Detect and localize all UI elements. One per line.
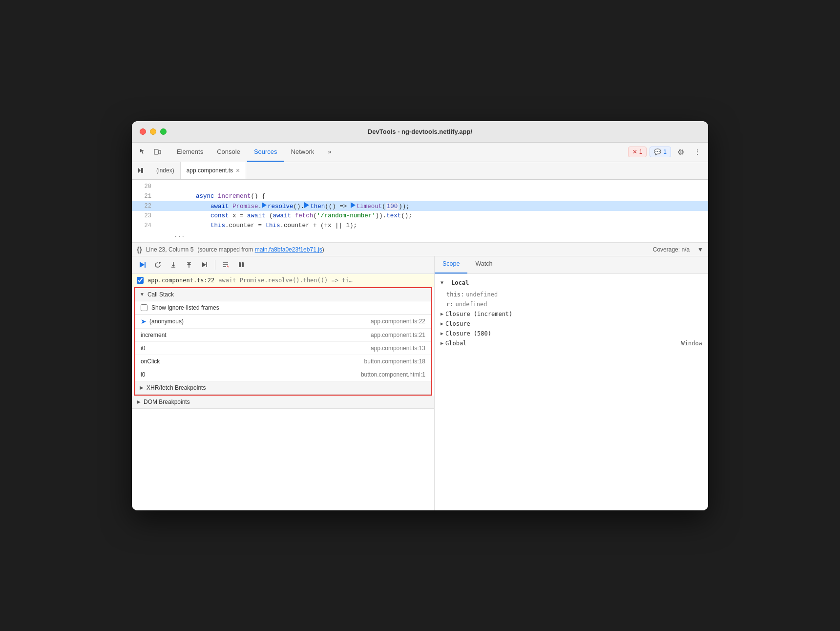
svg-rect-20 [242, 262, 244, 267]
call-stack-item-3[interactable]: onClick button.component.ts:18 [135, 355, 431, 368]
info-count: 1 [663, 148, 667, 155]
inspect-element-button[interactable] [136, 145, 149, 159]
frame-4-name: i0 [141, 371, 145, 378]
local-label: Local [445, 277, 475, 288]
closure-580[interactable]: ▶ Closure (580) [435, 329, 708, 338]
svg-rect-5 [145, 262, 146, 268]
debugger-area: app.component.ts:22 await Promise.resolv… [132, 256, 708, 510]
app-component-tab[interactable]: app.component.ts × [181, 162, 247, 179]
frame-3-name: onClick [141, 358, 160, 365]
step-button[interactable] [198, 258, 211, 271]
titlebar: DevTools - ng-devtools.netlify.app/ [132, 121, 708, 143]
closure-increment-arrow-icon: ▶ [441, 311, 443, 316]
svg-line-18 [227, 266, 229, 267]
global-value: Window [681, 340, 702, 347]
line-num-22: 22 [136, 203, 151, 210]
maximize-button[interactable] [160, 128, 167, 135]
error-count: 1 [639, 148, 643, 155]
svg-rect-1 [159, 150, 161, 154]
ignore-frames-label: Show ignore-listed frames [151, 304, 219, 311]
frame-1-location: app.component.ts:21 [371, 332, 425, 338]
svg-marker-11 [187, 263, 191, 265]
line-num-20: 20 [136, 183, 151, 190]
tab-scope[interactable]: Scope [435, 256, 467, 273]
cursor-position: Line 23, Column 5 [146, 246, 193, 253]
frame-3-location: button.component.ts:18 [364, 358, 425, 365]
line-num-21: 21 [136, 193, 151, 200]
window-title: DevTools - ng-devtools.netlify.app/ [368, 128, 472, 135]
xhr-breakpoints-header[interactable]: ▶ XHR/fetch Breakpoints [135, 381, 431, 395]
step-into-button[interactable] [167, 258, 180, 271]
closure-580-arrow-icon: ▶ [441, 331, 443, 336]
pause-exceptions-button[interactable] [235, 258, 248, 271]
svg-marker-6 [159, 262, 161, 264]
tab-sources[interactable]: Sources [247, 142, 284, 162]
source-map-info: (source mapped from main.fa8bfa0e23f1eb7… [197, 246, 324, 253]
svg-marker-8 [171, 265, 175, 267]
step-over-button[interactable] [151, 258, 164, 271]
svg-marker-13 [202, 262, 206, 267]
toolbar-icons [136, 145, 164, 159]
dom-breakpoints-header[interactable]: ▶ DOM Breakpoints [132, 396, 434, 409]
code-line-24: 24 this.counter = this.counter + (+x || … [132, 221, 708, 231]
step-out-button[interactable] [183, 258, 195, 271]
info-badge[interactable]: 💬 1 [650, 147, 671, 157]
scope-r-key: r: [446, 301, 453, 308]
close-button[interactable] [140, 128, 146, 135]
active-frame-arrow-icon: ➤ [141, 317, 147, 325]
code-content-ellipsis: ... [159, 232, 185, 239]
frame-1-name: increment [141, 332, 167, 338]
local-scope-header[interactable]: ▼ Local [435, 276, 708, 290]
tab-more[interactable]: » [321, 142, 338, 162]
error-badge[interactable]: ✕ 1 [628, 147, 647, 157]
tab-console[interactable]: Console [210, 142, 247, 162]
call-stack-item-0[interactable]: ➤ (anonymous) app.component.ts:22 [135, 315, 431, 329]
status-dropdown-icon[interactable]: ▼ [697, 246, 703, 253]
panel-toggle-button[interactable] [134, 164, 147, 177]
tab-watch[interactable]: Watch [467, 256, 500, 273]
main-area: 20 21 async increment() { 22 await Promi… [132, 180, 708, 510]
call-stack-item-1-left: increment [141, 332, 167, 338]
source-map-link[interactable]: main.fa8bfa0e23f1eb71.js [255, 246, 322, 253]
code-editor: 20 21 async increment() { 22 await Promi… [132, 180, 708, 243]
scope-this-value: undefined [466, 291, 498, 298]
global-left: ▶ Global [441, 340, 466, 347]
coverage-info: Coverage: n/a [653, 246, 690, 253]
scope-watch-tabs: Scope Watch [435, 256, 708, 274]
resume-button[interactable] [136, 258, 148, 271]
frame-4-location: button.component.html:1 [361, 371, 425, 378]
close-tab-icon[interactable]: × [236, 167, 240, 174]
closure-plain-arrow-icon: ▶ [441, 321, 443, 326]
more-options-button[interactable]: ⋮ [691, 145, 704, 159]
svg-rect-0 [154, 149, 158, 154]
source-map-suffix: ) [322, 246, 324, 253]
closure-plain[interactable]: ▶ Closure [435, 319, 708, 329]
call-stack-item-2[interactable]: i0 app.component.ts:13 [135, 342, 431, 355]
call-stack-section: ▼ Call Stack Show ignore-listed frames ➤… [134, 287, 432, 396]
global-label: Global [445, 340, 466, 347]
tab-network[interactable]: Network [284, 142, 321, 162]
format-button[interactable]: {} [137, 246, 142, 253]
global-scope[interactable]: ▶ Global Window [435, 338, 708, 348]
index-tab[interactable]: (index) [150, 162, 181, 179]
call-stack-item-1[interactable]: increment app.component.ts:21 [135, 329, 431, 342]
debug-divider [215, 260, 215, 270]
svg-marker-4 [140, 262, 145, 268]
closure-increment-label: Closure (increment) [445, 311, 512, 317]
call-stack-item-4[interactable]: i0 button.component.html:1 [135, 368, 431, 381]
device-mode-button[interactable] [150, 145, 164, 159]
svg-rect-3 [141, 168, 143, 173]
deactivate-breakpoints-button[interactable] [219, 258, 232, 271]
dom-breakpoints-label: DOM Breakpoints [144, 399, 190, 405]
tab-elements[interactable]: Elements [170, 142, 210, 162]
minimize-button[interactable] [150, 128, 156, 135]
call-stack-item-2-left: i0 [141, 345, 145, 352]
call-stack-header[interactable]: ▼ Call Stack [135, 288, 431, 301]
breakpoint-checkbox[interactable] [137, 277, 144, 284]
debugger-right-panel: Scope Watch ▼ Local this: undefined r: [435, 256, 708, 510]
closure-increment[interactable]: ▶ Closure (increment) [435, 309, 708, 319]
svg-marker-2 [138, 168, 141, 173]
scope-this: this: undefined [435, 290, 708, 299]
settings-button[interactable]: ⚙ [674, 145, 688, 159]
ignore-frames-checkbox[interactable] [141, 304, 147, 311]
